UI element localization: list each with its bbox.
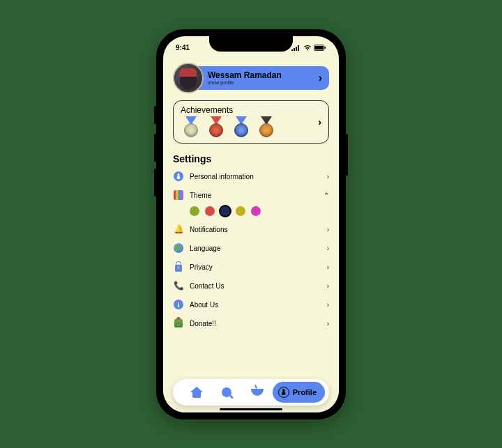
medal-icon xyxy=(181,116,201,137)
settings-item-contact[interactable]: 📞 Contact Us › xyxy=(173,277,329,295)
phone-side-button xyxy=(154,169,156,196)
person-icon xyxy=(173,171,184,182)
chevron-right-icon: › xyxy=(327,226,329,233)
svg-rect-1 xyxy=(314,46,324,50)
medal-icon xyxy=(231,116,252,137)
theme-color-option[interactable] xyxy=(236,206,245,216)
settings-item-privacy[interactable]: Privacy › xyxy=(173,258,329,277)
chevron-right-icon: › xyxy=(319,72,322,84)
medal-icon xyxy=(206,116,227,137)
nav-profile-label: Profile xyxy=(293,388,317,396)
battery-icon xyxy=(314,45,326,51)
notch xyxy=(209,36,293,52)
chevron-right-icon: › xyxy=(327,173,329,180)
chevron-up-icon: ⌃ xyxy=(324,192,329,199)
settings-item-language[interactable]: Language › xyxy=(173,239,329,258)
signal-icon xyxy=(291,45,301,51)
settings-item-label: Theme xyxy=(190,192,324,199)
lock-icon xyxy=(173,261,184,272)
settings-title: Settings xyxy=(173,153,329,164)
settings-item-label: Personal information xyxy=(190,173,327,180)
home-indicator xyxy=(220,408,282,410)
achievements-title: Achievements xyxy=(181,105,321,115)
home-icon xyxy=(190,387,203,398)
settings-item-label: Language xyxy=(190,245,327,252)
theme-color-option[interactable] xyxy=(220,206,230,216)
profile-pill[interactable]: Wessam Ramadan show profile › xyxy=(188,66,329,90)
wifi-icon xyxy=(303,45,312,51)
globe-icon xyxy=(173,242,184,254)
person-icon xyxy=(278,387,289,398)
theme-color-option[interactable] xyxy=(190,206,199,216)
screen: 9:41 Wessam Ramadan show profile › xyxy=(163,36,339,412)
content: Wessam Ramadan show profile › Achievemen… xyxy=(163,56,339,412)
theme-color-option[interactable] xyxy=(251,206,261,216)
chevron-right-icon: › xyxy=(318,116,321,128)
phone-side-button xyxy=(154,106,156,124)
settings-item-label: About Us xyxy=(190,301,327,309)
bowl-icon xyxy=(251,389,264,396)
phone-side-button xyxy=(346,134,348,176)
profile-card[interactable]: Wessam Ramadan show profile › xyxy=(173,63,329,93)
medal-icon xyxy=(256,116,277,137)
nav-search[interactable] xyxy=(212,387,243,397)
nav-recipes[interactable] xyxy=(242,389,273,396)
settings-item-about[interactable]: i About Us › xyxy=(173,295,329,314)
phone-icon: 📞 xyxy=(173,280,184,291)
nav-profile-button[interactable]: Profile xyxy=(273,382,325,403)
status-time: 9:41 xyxy=(176,44,190,52)
palette-icon xyxy=(173,190,184,201)
chevron-right-icon: › xyxy=(327,263,329,271)
theme-color-row xyxy=(173,205,329,220)
avatar xyxy=(173,63,204,93)
settings-item-label: Privacy xyxy=(190,263,327,271)
settings-item-label: Notifications xyxy=(190,226,327,233)
settings-item-donate[interactable]: Donate!! › xyxy=(173,314,329,333)
chevron-right-icon: › xyxy=(327,320,329,327)
status-indicators xyxy=(291,45,326,51)
theme-color-option[interactable] xyxy=(205,206,215,216)
settings-item-notifications[interactable]: 🔔 Notifications › xyxy=(173,220,329,239)
settings-item-theme[interactable]: Theme ⌃ xyxy=(173,186,329,205)
settings-item-label: Contact Us xyxy=(190,282,327,290)
info-icon: i xyxy=(173,299,184,310)
bell-icon: 🔔 xyxy=(173,224,184,235)
nav-home[interactable] xyxy=(181,387,212,398)
profile-name: Wessam Ramadan xyxy=(208,71,282,79)
chevron-right-icon: › xyxy=(327,282,329,290)
settings-item-personal[interactable]: Personal information › xyxy=(173,167,329,186)
bottom-nav: Profile xyxy=(173,379,329,405)
achievements-card[interactable]: Achievements › xyxy=(173,100,329,144)
gift-icon xyxy=(173,318,184,329)
chevron-right-icon: › xyxy=(327,245,329,252)
medals-row xyxy=(181,116,321,137)
profile-subtitle: show profile xyxy=(208,80,282,85)
phone-frame: 9:41 Wessam Ramadan show profile › xyxy=(156,29,346,419)
settings-item-label: Donate!! xyxy=(190,320,327,327)
phone-side-button xyxy=(154,134,156,162)
chevron-right-icon: › xyxy=(327,301,329,309)
settings-list: Personal information › Theme ⌃ 🔔 xyxy=(173,167,329,333)
search-icon xyxy=(222,387,231,397)
svg-rect-2 xyxy=(325,47,326,49)
